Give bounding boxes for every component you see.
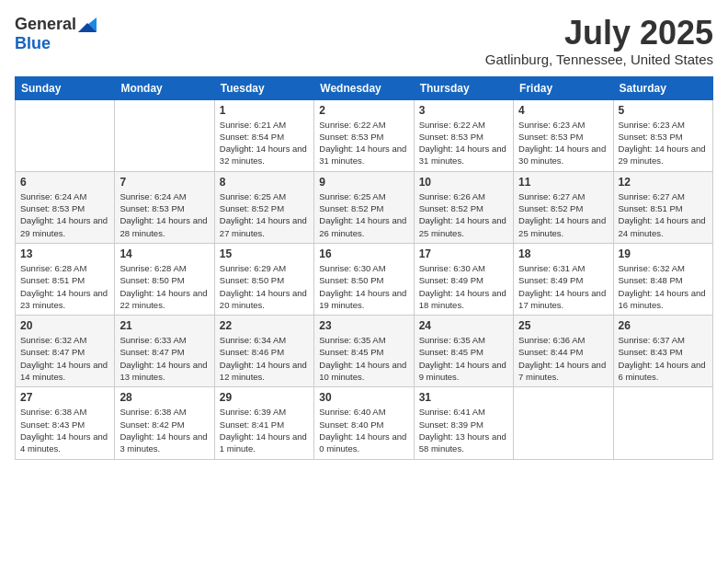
day-number: 19	[619, 247, 708, 260]
day-number: 12	[619, 176, 708, 189]
day-info: Sunrise: 6:26 AM Sunset: 8:52 PM Dayligh…	[419, 190, 508, 239]
calendar-cell	[613, 387, 712, 459]
day-number: 3	[419, 104, 508, 117]
day-info: Sunrise: 6:28 AM Sunset: 8:51 PM Dayligh…	[20, 262, 109, 311]
logo-name: General	[15, 15, 97, 34]
day-number: 11	[518, 176, 608, 189]
calendar-cell: 10Sunrise: 6:26 AM Sunset: 8:52 PM Dayli…	[414, 171, 513, 243]
logo-blue-label: Blue	[15, 34, 51, 53]
day-info: Sunrise: 6:31 AM Sunset: 8:49 PM Dayligh…	[518, 262, 608, 311]
calendar-cell	[115, 99, 214, 171]
calendar-cell	[514, 387, 613, 459]
day-info: Sunrise: 6:25 AM Sunset: 8:52 PM Dayligh…	[220, 190, 309, 239]
day-header-friday: Friday	[514, 76, 613, 99]
day-info: Sunrise: 6:37 AM Sunset: 8:43 PM Dayligh…	[619, 334, 708, 383]
calendar-table: SundayMondayTuesdayWednesdayThursdayFrid…	[15, 76, 713, 460]
day-info: Sunrise: 6:27 AM Sunset: 8:51 PM Dayligh…	[619, 190, 708, 239]
day-number: 20	[20, 319, 109, 332]
day-info: Sunrise: 6:25 AM Sunset: 8:52 PM Dayligh…	[319, 190, 408, 239]
day-number: 2	[319, 104, 408, 117]
day-number: 30	[319, 391, 408, 404]
calendar-cell	[16, 99, 115, 171]
day-info: Sunrise: 6:35 AM Sunset: 8:45 PM Dayligh…	[319, 334, 408, 383]
day-info: Sunrise: 6:36 AM Sunset: 8:44 PM Dayligh…	[518, 334, 608, 383]
day-info: Sunrise: 6:32 AM Sunset: 8:48 PM Dayligh…	[619, 262, 708, 311]
calendar-cell: 9Sunrise: 6:25 AM Sunset: 8:52 PM Daylig…	[314, 171, 414, 243]
calendar-cell: 5Sunrise: 6:23 AM Sunset: 8:53 PM Daylig…	[613, 99, 712, 171]
day-header-saturday: Saturday	[613, 76, 712, 99]
calendar-cell: 17Sunrise: 6:30 AM Sunset: 8:49 PM Dayli…	[414, 243, 513, 315]
day-number: 27	[20, 391, 109, 404]
day-header-monday: Monday	[115, 76, 214, 99]
day-info: Sunrise: 6:38 AM Sunset: 8:42 PM Dayligh…	[119, 406, 209, 454]
day-header-thursday: Thursday	[414, 76, 513, 99]
day-info: Sunrise: 6:22 AM Sunset: 8:53 PM Dayligh…	[419, 119, 508, 167]
day-number: 18	[518, 247, 608, 260]
calendar-week-row: 13Sunrise: 6:28 AM Sunset: 8:51 PM Dayli…	[16, 243, 713, 315]
day-header-sunday: Sunday	[16, 76, 115, 99]
page-header: General Blue July 2025 Gatlinburg, Tenne…	[15, 15, 713, 67]
day-number: 8	[220, 176, 309, 189]
calendar-cell: 8Sunrise: 6:25 AM Sunset: 8:52 PM Daylig…	[214, 171, 313, 243]
day-info: Sunrise: 6:24 AM Sunset: 8:53 PM Dayligh…	[20, 190, 109, 239]
calendar-cell: 26Sunrise: 6:37 AM Sunset: 8:43 PM Dayli…	[613, 316, 712, 387]
day-info: Sunrise: 6:33 AM Sunset: 8:47 PM Dayligh…	[119, 334, 209, 383]
calendar-cell: 19Sunrise: 6:32 AM Sunset: 8:48 PM Dayli…	[613, 243, 712, 315]
location-title: Gatlinburg, Tennessee, United States	[485, 52, 713, 67]
day-info: Sunrise: 6:30 AM Sunset: 8:49 PM Dayligh…	[419, 262, 508, 311]
day-info: Sunrise: 6:29 AM Sunset: 8:50 PM Dayligh…	[220, 262, 309, 311]
day-number: 22	[220, 319, 309, 332]
day-number: 13	[20, 247, 109, 260]
calendar-cell: 21Sunrise: 6:33 AM Sunset: 8:47 PM Dayli…	[115, 316, 214, 387]
day-info: Sunrise: 6:23 AM Sunset: 8:53 PM Dayligh…	[619, 119, 708, 167]
logo: General Blue	[15, 15, 97, 53]
day-number: 14	[119, 247, 209, 260]
calendar-cell: 13Sunrise: 6:28 AM Sunset: 8:51 PM Dayli…	[16, 243, 115, 315]
calendar-cell: 20Sunrise: 6:32 AM Sunset: 8:47 PM Dayli…	[16, 316, 115, 387]
calendar-cell: 2Sunrise: 6:22 AM Sunset: 8:53 PM Daylig…	[314, 99, 414, 171]
day-header-tuesday: Tuesday	[214, 76, 313, 99]
day-number: 28	[119, 391, 209, 404]
day-number: 5	[619, 104, 708, 117]
day-number: 6	[20, 176, 109, 189]
day-info: Sunrise: 6:34 AM Sunset: 8:46 PM Dayligh…	[220, 334, 309, 383]
day-info: Sunrise: 6:38 AM Sunset: 8:43 PM Dayligh…	[20, 406, 109, 454]
day-info: Sunrise: 6:32 AM Sunset: 8:47 PM Dayligh…	[20, 334, 109, 383]
day-header-wednesday: Wednesday	[314, 76, 414, 99]
calendar-cell: 12Sunrise: 6:27 AM Sunset: 8:51 PM Dayli…	[613, 171, 712, 243]
calendar-cell: 15Sunrise: 6:29 AM Sunset: 8:50 PM Dayli…	[214, 243, 313, 315]
day-number: 25	[518, 319, 608, 332]
calendar-week-row: 6Sunrise: 6:24 AM Sunset: 8:53 PM Daylig…	[16, 171, 713, 243]
calendar-cell: 11Sunrise: 6:27 AM Sunset: 8:52 PM Dayli…	[514, 171, 613, 243]
day-info: Sunrise: 6:21 AM Sunset: 8:54 PM Dayligh…	[220, 119, 309, 167]
calendar-cell: 4Sunrise: 6:23 AM Sunset: 8:53 PM Daylig…	[514, 99, 613, 171]
day-number: 23	[319, 319, 408, 332]
day-info: Sunrise: 6:22 AM Sunset: 8:53 PM Dayligh…	[319, 119, 408, 167]
day-info: Sunrise: 6:35 AM Sunset: 8:45 PM Dayligh…	[419, 334, 508, 383]
day-number: 29	[220, 391, 309, 404]
calendar-cell: 29Sunrise: 6:39 AM Sunset: 8:41 PM Dayli…	[214, 387, 313, 459]
calendar-week-row: 1Sunrise: 6:21 AM Sunset: 8:54 PM Daylig…	[16, 99, 713, 171]
day-info: Sunrise: 6:28 AM Sunset: 8:50 PM Dayligh…	[119, 262, 209, 311]
day-number: 4	[518, 104, 608, 117]
day-info: Sunrise: 6:39 AM Sunset: 8:41 PM Dayligh…	[220, 406, 309, 454]
day-number: 9	[319, 176, 408, 189]
calendar-cell: 14Sunrise: 6:28 AM Sunset: 8:50 PM Dayli…	[115, 243, 214, 315]
calendar-cell: 6Sunrise: 6:24 AM Sunset: 8:53 PM Daylig…	[16, 171, 115, 243]
calendar-header-row: SundayMondayTuesdayWednesdayThursdayFrid…	[16, 76, 713, 99]
day-info: Sunrise: 6:24 AM Sunset: 8:53 PM Dayligh…	[119, 190, 209, 239]
calendar-cell: 1Sunrise: 6:21 AM Sunset: 8:54 PM Daylig…	[214, 99, 313, 171]
day-number: 24	[419, 319, 508, 332]
day-number: 21	[119, 319, 209, 332]
day-number: 7	[119, 176, 209, 189]
calendar-week-row: 20Sunrise: 6:32 AM Sunset: 8:47 PM Dayli…	[16, 316, 713, 387]
calendar-cell: 22Sunrise: 6:34 AM Sunset: 8:46 PM Dayli…	[214, 316, 313, 387]
calendar-cell: 16Sunrise: 6:30 AM Sunset: 8:50 PM Dayli…	[314, 243, 414, 315]
calendar-cell: 18Sunrise: 6:31 AM Sunset: 8:49 PM Dayli…	[514, 243, 613, 315]
calendar-cell: 30Sunrise: 6:40 AM Sunset: 8:40 PM Dayli…	[314, 387, 414, 459]
calendar-cell: 23Sunrise: 6:35 AM Sunset: 8:45 PM Dayli…	[314, 316, 414, 387]
calendar-cell: 7Sunrise: 6:24 AM Sunset: 8:53 PM Daylig…	[115, 171, 214, 243]
day-number: 15	[220, 247, 309, 260]
month-title: July 2025	[485, 15, 713, 52]
title-area: July 2025 Gatlinburg, Tennessee, United …	[485, 15, 713, 67]
